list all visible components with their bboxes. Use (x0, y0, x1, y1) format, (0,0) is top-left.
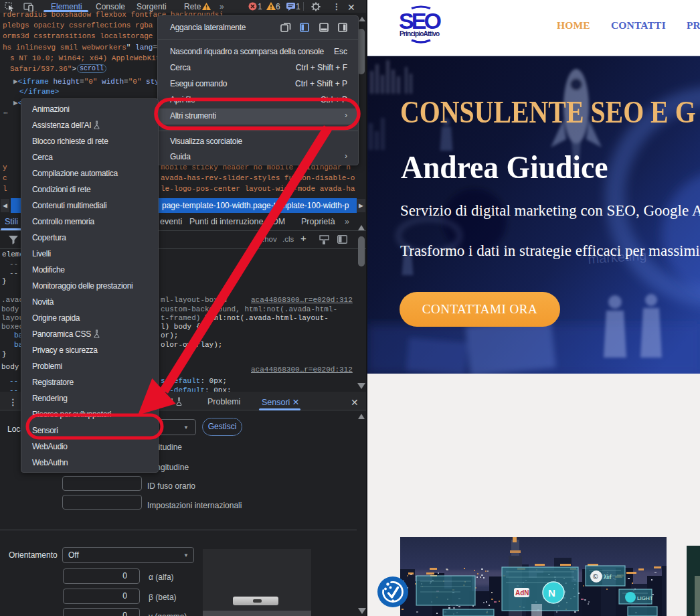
svg-text:λǐıf: λǐıf (604, 574, 612, 581)
svg-text:N: N (548, 587, 555, 599)
svg-text:AdN: AdN (515, 589, 529, 597)
svg-text:PrincipioAttivo: PrincipioAttivo (400, 30, 440, 37)
svg-text:©: © (593, 573, 598, 581)
svg-text:LIGHT: LIGHT (637, 595, 653, 601)
